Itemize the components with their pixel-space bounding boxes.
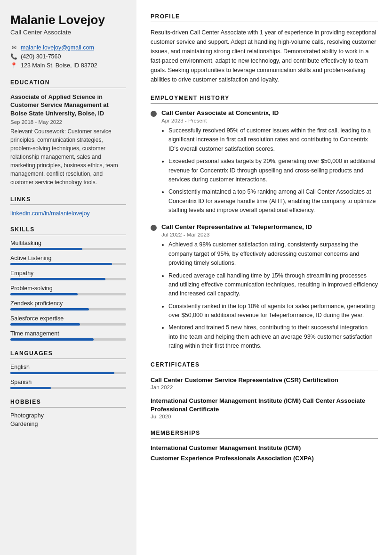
candidate-name: Malanie Lovejoy [10, 13, 126, 27]
cert-name: Call Center Customer Service Representat… [151, 376, 378, 384]
language-item: Spanish [10, 379, 126, 389]
contact-address: 📍 123 Main St, Boise, ID 83702 [10, 62, 126, 69]
skills-container: Multitasking Active Listening Empathy Pr… [10, 240, 126, 341]
skill-label: Time management [10, 330, 126, 337]
job-bullets: Achieved a 98% customer satisfaction rat… [161, 240, 378, 351]
certs-container: Call Center Customer Service Representat… [151, 376, 378, 420]
linkedin-link[interactable]: linkedin.com/in/malanielovejoy [10, 210, 90, 217]
language-bar-fill [10, 387, 51, 389]
hobby-item: Photography [10, 412, 126, 419]
skill-label: Multitasking [10, 240, 126, 246]
skill-bar-bg [10, 278, 126, 280]
job-dates: Jul 2022 - Mar 2023 [161, 232, 378, 237]
skill-item: Multitasking [10, 240, 126, 250]
location-icon: 📍 [10, 62, 17, 69]
skill-bar-fill [10, 278, 105, 280]
skill-bar-bg [10, 263, 126, 265]
job-bullet: Exceeded personal sales targets by 20%, … [168, 157, 378, 184]
languages-section-label: LANGUAGES [10, 350, 126, 359]
jobs-container: Call Center Associate at Concentrix, ID … [151, 109, 378, 351]
skill-label: Salesforce expertise [10, 315, 126, 322]
job-bullet: Successfully resolved 95% of customer is… [168, 126, 378, 154]
job-header: Call Center Associate at Concentrix, ID [151, 109, 378, 117]
skill-label: Zendesk proficiency [10, 300, 126, 307]
memberships-section-label: MEMBERSHIPS [151, 430, 378, 439]
certificates-section-label: CERTIFICATES [151, 361, 378, 370]
profile-section-label: PROFILE [151, 13, 378, 22]
job-header: Call Center Representative at Teleperfor… [151, 223, 378, 231]
skill-bar-fill [10, 293, 78, 295]
candidate-title: Call Center Associate [10, 29, 126, 36]
contact-phone: 📞 (420) 301-7560 [10, 53, 126, 60]
job-bullets: Successfully resolved 95% of customer is… [161, 126, 378, 215]
membership-item: Customer Experience Professionals Associ… [151, 455, 378, 462]
skill-bar-fill [10, 323, 80, 326]
language-bar-bg [10, 387, 126, 389]
hobbies-section-label: HOBBIES [10, 399, 126, 408]
cert-name: International Customer Management Instit… [151, 397, 378, 413]
email-icon: ✉ [10, 44, 17, 51]
cert-item: International Customer Management Instit… [151, 397, 378, 419]
skill-item: Time management [10, 330, 126, 341]
edu-degree: Associate of Applied Science in Customer… [10, 93, 126, 118]
edu-coursework: Relevant Coursework: Customer service pr… [10, 127, 126, 187]
membership-item: International Customer Management Instit… [151, 444, 378, 451]
job-bullet: Consistently maintained a top 5% ranking… [168, 188, 378, 215]
cert-date: Jan 2022 [151, 384, 378, 390]
hobby-item: Gardening [10, 421, 126, 427]
language-bar-bg [10, 372, 126, 374]
job-bullet: Mentored and trained 5 new hires, contri… [168, 323, 378, 351]
skill-label: Problem-solving [10, 285, 126, 292]
edu-dates: Sep 2018 - May 2022 [10, 119, 126, 125]
skill-bar-fill [10, 308, 89, 310]
skill-bar-fill [10, 338, 94, 341]
job-bullet: Reduced average call handling time by 15… [168, 271, 378, 299]
skills-section-label: SKILLS [10, 226, 126, 235]
skill-item: Empathy [10, 270, 126, 280]
phone-icon: 📞 [10, 53, 17, 60]
job-dates: Apr 2023 - Present [161, 118, 378, 123]
skill-bar-fill [10, 263, 112, 265]
skill-label: Empathy [10, 270, 126, 277]
skill-item: Problem-solving [10, 285, 126, 295]
skill-bar-bg [10, 308, 126, 310]
sidebar: Malanie Lovejoy Call Center Associate ✉ … [0, 0, 136, 555]
language-bar-fill [10, 372, 114, 374]
employment-section-label: EMPLOYMENT HISTORY [151, 95, 378, 104]
job-bullet: Consistently ranked in the top 10% of ag… [168, 302, 378, 320]
skill-bar-bg [10, 248, 126, 250]
skill-item: Salesforce expertise [10, 315, 126, 326]
job-item: Call Center Associate at Concentrix, ID … [151, 109, 378, 215]
skill-item: Active Listening [10, 255, 126, 265]
main-content: PROFILE Results-driven Call Center Assoc… [136, 0, 392, 555]
hobbies-list: PhotographyGardening [10, 412, 126, 427]
education-section-label: EDUCATION [10, 79, 126, 88]
skill-label: Active Listening [10, 255, 126, 261]
memberships-container: International Customer Management Instit… [151, 444, 378, 462]
language-label: Spanish [10, 379, 126, 385]
profile-text: Results-driven Call Center Associate wit… [151, 28, 378, 84]
job-dot [151, 225, 157, 231]
cert-date: Jul 2020 [151, 414, 378, 419]
skill-item: Zendesk proficiency [10, 300, 126, 310]
links-section: linkedin.com/in/malanielovejoy [10, 210, 126, 217]
languages-container: English Spanish [10, 364, 126, 389]
job-dot [151, 111, 157, 117]
cert-item: Call Center Customer Service Representat… [151, 376, 378, 391]
job-bullet: Achieved a 98% customer satisfaction rat… [168, 240, 378, 268]
skill-bar-bg [10, 338, 126, 341]
email-link[interactable]: malanie.lovejoy@gmail.com [21, 44, 94, 51]
links-section-label: LINKS [10, 196, 126, 205]
job-title: Call Center Representative at Teleperfor… [161, 223, 312, 230]
skill-bar-bg [10, 323, 126, 326]
language-item: English [10, 364, 126, 374]
job-item: Call Center Representative at Teleperfor… [151, 223, 378, 351]
contact-email: ✉ malanie.lovejoy@gmail.com [10, 44, 126, 51]
language-label: English [10, 364, 126, 370]
contact-list: ✉ malanie.lovejoy@gmail.com 📞 (420) 301-… [10, 44, 126, 69]
job-title: Call Center Associate at Concentrix, ID [161, 109, 279, 116]
skill-bar-bg [10, 293, 126, 295]
skill-bar-fill [10, 248, 82, 250]
